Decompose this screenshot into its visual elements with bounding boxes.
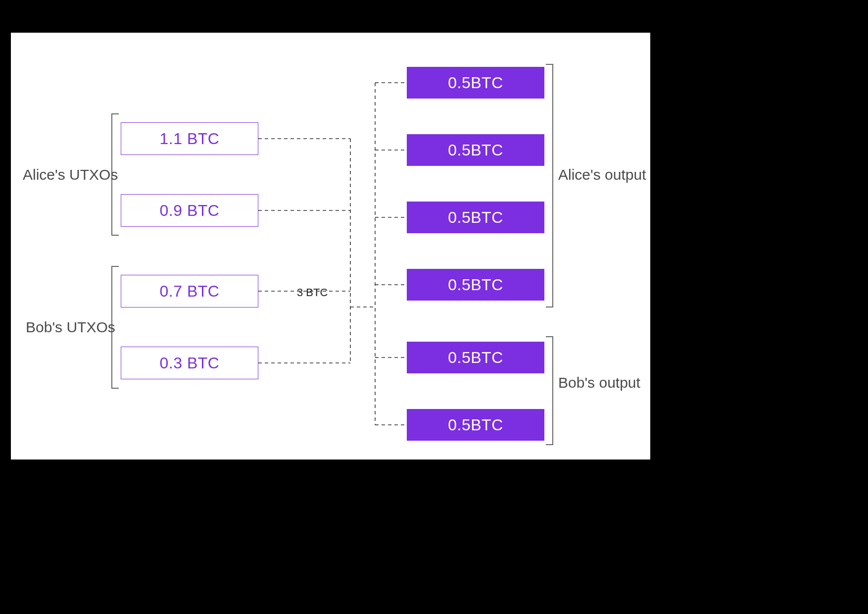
- output-group-label: Alice's output: [558, 166, 646, 183]
- utxo-output-box: 0.5BTC: [407, 409, 544, 441]
- utxo-input-box: 0.7 BTC: [121, 275, 258, 307]
- stage: Alice's UTXOs1.1 BTC0.9 BTCBob's UTXOs0.…: [0, 0, 868, 614]
- utxo-input-box: 0.9 BTC: [121, 194, 258, 227]
- utxo-input-box: 0.3 BTC: [121, 347, 258, 379]
- input-group-label: Alice's UTXOs: [23, 166, 118, 183]
- utxo-output-box: 0.5BTC: [407, 202, 544, 233]
- input-group-label: Bob's UTXOs: [26, 319, 115, 336]
- utxo-output-box: 0.5BTC: [407, 269, 544, 301]
- utxo-input-box: 1.1 BTC: [121, 122, 258, 155]
- utxo-output-box: 0.5BTC: [407, 67, 544, 99]
- utxo-output-box: 0.5BTC: [407, 342, 544, 373]
- output-group-label: Bob's output: [558, 374, 640, 391]
- center-total-label: 3 BTC: [297, 286, 328, 299]
- utxo-output-box: 0.5BTC: [407, 134, 544, 166]
